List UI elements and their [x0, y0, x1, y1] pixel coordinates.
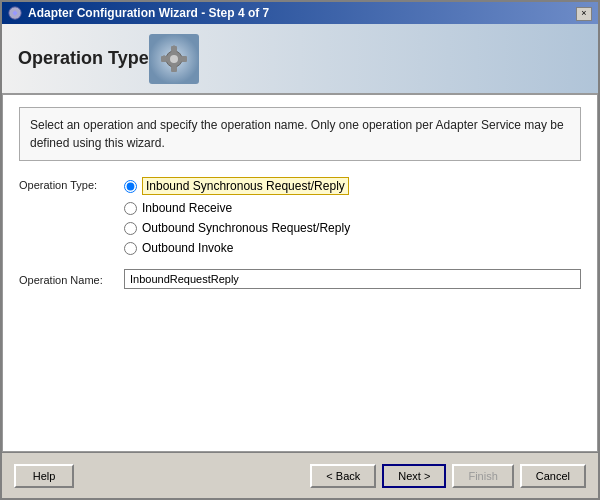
radio-label-inbound-sync: Inbound Synchronous Request/Reply: [142, 177, 349, 195]
help-button[interactable]: Help: [14, 464, 74, 488]
operation-type-label: Operation Type:: [19, 177, 124, 191]
operation-name-row: Operation Name:: [19, 269, 581, 289]
title-bar-controls: ×: [576, 5, 592, 21]
radio-label-inbound-receive: Inbound Receive: [142, 201, 232, 215]
title-bar-text: Adapter Configuration Wizard - Step 4 of…: [8, 6, 269, 20]
radio-label-outbound-sync: Outbound Synchronous Request/Reply: [142, 221, 350, 235]
wizard-title-icon: [8, 6, 22, 20]
footer-left: Help: [14, 464, 74, 488]
back-button[interactable]: < Back: [310, 464, 376, 488]
operation-name-input[interactable]: [124, 269, 581, 289]
wizard-window: Adapter Configuration Wizard - Step 4 of…: [0, 0, 600, 500]
description-text: Select an operation and specify the oper…: [30, 118, 564, 150]
radio-outbound-invoke[interactable]: [124, 242, 137, 255]
finish-button[interactable]: Finish: [452, 464, 513, 488]
radio-item-inbound-receive[interactable]: Inbound Receive: [124, 201, 350, 215]
radio-item-outbound-sync[interactable]: Outbound Synchronous Request/Reply: [124, 221, 350, 235]
close-button[interactable]: ×: [576, 7, 592, 21]
svg-rect-7: [181, 56, 187, 62]
title-bar-label: Adapter Configuration Wizard - Step 4 of…: [28, 6, 269, 20]
content-area: Select an operation and specify the oper…: [2, 94, 598, 452]
operation-type-row: Operation Type: Inbound Synchronous Requ…: [19, 177, 581, 255]
footer: Help < Back Next > Finish Cancel: [2, 452, 598, 498]
footer-right: < Back Next > Finish Cancel: [310, 464, 586, 488]
gear-icon: [149, 34, 199, 84]
radio-inbound-sync[interactable]: [124, 180, 137, 193]
radio-inbound-receive[interactable]: [124, 202, 137, 215]
operation-name-label: Operation Name:: [19, 272, 124, 286]
radio-item-inbound-sync[interactable]: Inbound Synchronous Request/Reply: [124, 177, 350, 195]
radio-outbound-sync[interactable]: [124, 222, 137, 235]
description-box: Select an operation and specify the oper…: [19, 107, 581, 161]
title-bar: Adapter Configuration Wizard - Step 4 of…: [2, 2, 598, 24]
next-button[interactable]: Next >: [382, 464, 446, 488]
radio-item-outbound-invoke[interactable]: Outbound Invoke: [124, 241, 350, 255]
cancel-button[interactable]: Cancel: [520, 464, 586, 488]
svg-point-3: [170, 55, 178, 63]
svg-rect-5: [171, 66, 177, 72]
header-banner: Operation Type: [2, 24, 598, 94]
radio-group: Inbound Synchronous Request/Reply Inboun…: [124, 177, 350, 255]
radio-label-outbound-invoke: Outbound Invoke: [142, 241, 233, 255]
page-title: Operation Type: [18, 48, 149, 69]
